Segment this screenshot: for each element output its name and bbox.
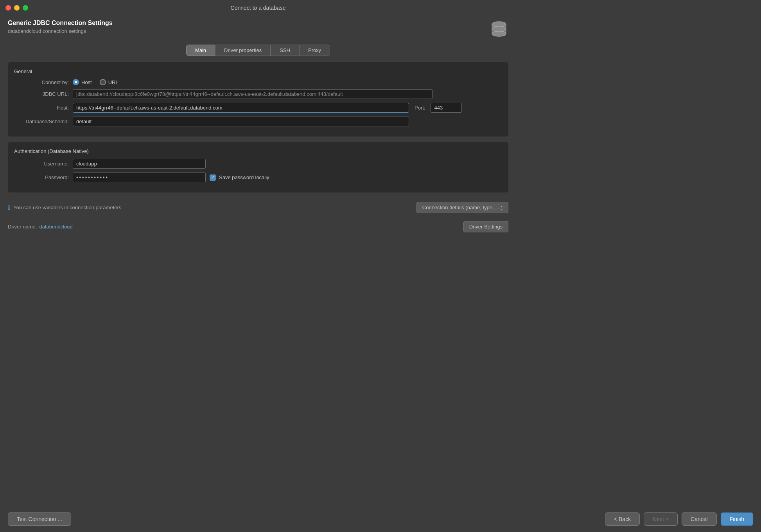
title-bar: Connect to a database: [0, 0, 516, 16]
svg-point-2: [492, 26, 506, 32]
tab-main[interactable]: Main: [186, 45, 215, 56]
window-title: Connect to a database: [231, 5, 286, 11]
save-password-label: Save password locally: [219, 174, 269, 180]
save-password-checkbox[interactable]: [210, 174, 216, 181]
schema-label: Database/Schema:: [14, 119, 69, 124]
host-input[interactable]: [73, 103, 409, 113]
info-icon: ℹ: [8, 204, 10, 211]
password-row: Password: Save password locally: [14, 173, 502, 182]
driver-label: Driver name:: [8, 224, 37, 230]
page-subtitle: databendcloud connection settings: [8, 28, 113, 34]
connect-by-label: Connect by:: [14, 79, 69, 85]
tab-driver-properties[interactable]: Driver properties: [215, 45, 271, 56]
port-label: Port:: [415, 105, 425, 111]
general-section-title: General: [14, 68, 502, 74]
page-title: Generic JDBC Connection Settings: [8, 20, 113, 27]
maximize-button[interactable]: [23, 5, 28, 11]
save-password-row: Save password locally: [210, 174, 269, 181]
info-left: ℹ You can use variables in connection pa…: [8, 204, 123, 211]
info-bar: ℹ You can use variables in connection pa…: [8, 198, 508, 217]
info-message: You can use variables in connection para…: [13, 205, 123, 210]
radio-host[interactable]: Host: [73, 79, 92, 85]
connect-by-row: Connect by: Host URL: [14, 79, 502, 85]
schema-input[interactable]: [73, 117, 409, 126]
schema-row: Database/Schema:: [14, 117, 502, 126]
window-controls[interactable]: [5, 5, 28, 11]
header-left: Generic JDBC Connection Settings databen…: [8, 20, 113, 34]
radio-host-circle[interactable]: [73, 79, 79, 85]
radio-url-label: URL: [108, 79, 118, 85]
jdbc-url-row: JDBC URL:: [14, 89, 502, 99]
minimize-button[interactable]: [14, 5, 20, 11]
jdbc-url-label: JDBC URL:: [14, 91, 69, 97]
username-row: Username:: [14, 159, 502, 169]
driver-left: Driver name: databendcloud: [8, 224, 73, 230]
header-section: Generic JDBC Connection Settings databen…: [8, 20, 508, 38]
authentication-panel: Authentication (Database Native) Usernam…: [8, 142, 508, 192]
jdbc-url-input[interactable]: [73, 89, 433, 99]
driver-row: Driver name: databendcloud Driver Settin…: [8, 217, 508, 236]
password-input[interactable]: [73, 173, 206, 182]
auth-section-title: Authentication (Database Native): [14, 148, 502, 154]
tab-ssh[interactable]: SSH: [271, 45, 299, 56]
radio-url[interactable]: URL: [100, 79, 118, 85]
radio-url-circle[interactable]: [100, 79, 106, 85]
database-icon: [490, 20, 508, 38]
radio-host-label: Host: [81, 79, 92, 85]
tab-proxy[interactable]: Proxy: [299, 45, 330, 56]
driver-name: databendcloud: [39, 224, 72, 230]
password-label: Password:: [14, 174, 69, 180]
host-port-row: Port:: [73, 103, 462, 113]
main-content: Generic JDBC Connection Settings databen…: [0, 16, 516, 236]
connection-details-button[interactable]: Connection details (name, type, ... ): [416, 202, 508, 213]
tabs-row: Main Driver properties SSH Proxy: [8, 45, 508, 56]
close-button[interactable]: [5, 5, 11, 11]
username-label: Username:: [14, 161, 69, 167]
driver-settings-button[interactable]: Driver Settings: [463, 221, 508, 232]
general-panel: General Connect by: Host URL JDBC URL: H: [8, 62, 508, 137]
host-label: Host:: [14, 105, 69, 111]
username-input[interactable]: [73, 159, 206, 169]
port-input[interactable]: [431, 103, 462, 113]
connect-by-options: Host URL: [73, 79, 118, 85]
host-row: Host: Port:: [14, 103, 502, 113]
